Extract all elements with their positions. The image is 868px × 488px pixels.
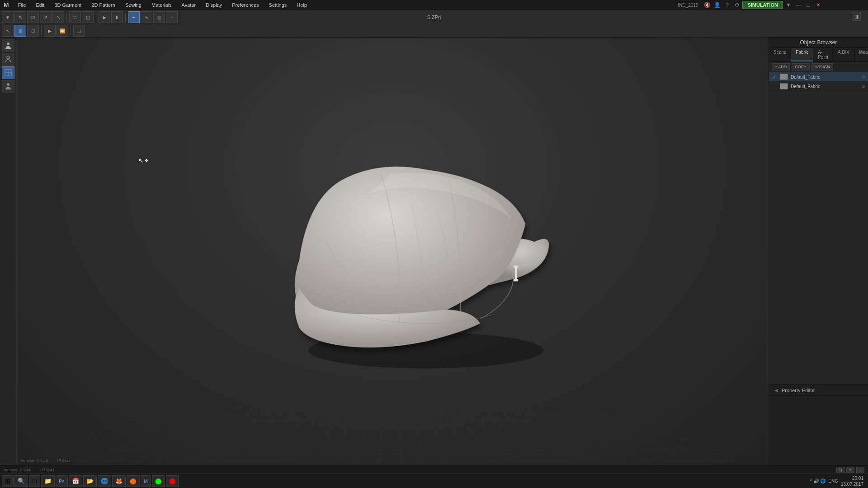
marvelous-button[interactable]: M bbox=[141, 475, 151, 487]
menu-help[interactable]: Help bbox=[293, 1, 311, 9]
tb2-btn1[interactable]: ↖ bbox=[2, 25, 14, 37]
fabric-name-1: Default_Fabric bbox=[791, 75, 859, 80]
add-button[interactable]: + ADD bbox=[772, 63, 790, 70]
viewport-area[interactable]: ↖✥ Version: 2.1.48 1/19141 bbox=[17, 38, 768, 465]
property-editor: ◀ Property Editor bbox=[769, 385, 868, 466]
copy-button[interactable]: COPY bbox=[792, 63, 810, 70]
firefox-button[interactable]: 🦊 bbox=[112, 475, 126, 487]
menu-3d-garment[interactable]: 3D Garment bbox=[51, 1, 85, 9]
file-mgr-button[interactable]: 📂 bbox=[83, 475, 97, 487]
svg-point-0 bbox=[7, 42, 9, 45]
explorer-button[interactable]: 📁 bbox=[41, 475, 55, 487]
tb2-btn5[interactable]: ⏩ bbox=[57, 25, 68, 37]
object-browser-header: Object Browser bbox=[769, 38, 868, 48]
avatar-icon[interactable] bbox=[2, 39, 14, 52]
tray-lang: ENG bbox=[828, 479, 838, 483]
tb2-btn4[interactable]: ▶ bbox=[44, 25, 56, 37]
menu-settings[interactable]: Settings bbox=[265, 1, 291, 9]
select-button[interactable]: ↖ bbox=[14, 11, 26, 23]
wireframe-icon[interactable] bbox=[2, 66, 14, 79]
tab-measure[interactable]: Measure bbox=[854, 48, 868, 61]
select-box-button[interactable]: ⊡ bbox=[27, 11, 39, 23]
sep4 bbox=[41, 26, 42, 35]
viewport-inner: ↖✥ Version: 2.1.48 1/19141 bbox=[17, 38, 768, 465]
help-icon[interactable]: ? bbox=[722, 0, 731, 9]
fabric-item-1[interactable]: ✓ Default_Fabric ⚙ bbox=[769, 72, 868, 82]
svg-rect-7 bbox=[514, 265, 518, 267]
simulation-button[interactable]: SIMULATION bbox=[742, 1, 783, 9]
svg-rect-6 bbox=[515, 267, 517, 280]
menu-display[interactable]: Display bbox=[202, 1, 226, 9]
avatar-icon-2[interactable] bbox=[2, 53, 14, 66]
fabric-list: ✓ Default_Fabric ⚙ ✓ Default_Fabric ⚙ bbox=[769, 72, 868, 385]
app1-button[interactable]: ⬤ bbox=[127, 475, 140, 487]
browser-button[interactable]: 🌐 bbox=[98, 475, 111, 487]
fabric-swatch-2 bbox=[780, 83, 788, 89]
maximize-icon[interactable]: □ bbox=[804, 0, 813, 9]
property-editor-header: ◀ Property Editor bbox=[769, 385, 868, 396]
toolbar-area: ▼ ↖ ⊡ ↗ ⤡ □ ◫ ▶ ⏸ ✒ ∿ ◎ → S.ZPrj ◨ ↖ ⊞ ⊡… bbox=[0, 10, 868, 38]
move-button[interactable]: ↗ bbox=[40, 11, 52, 23]
sep3 bbox=[125, 13, 126, 22]
zoom-out-btn[interactable]: - bbox=[856, 467, 864, 473]
left-panel bbox=[0, 38, 16, 466]
ps-button[interactable]: Ps bbox=[56, 475, 68, 487]
clock: 20:01 13.07.2017 bbox=[841, 475, 863, 487]
sim-play-btn[interactable]: ▶ bbox=[99, 11, 110, 23]
sys-tray: ^ 🔊 🌐 ENG 20:01 13.07.2017 bbox=[807, 475, 866, 487]
cursor-indicator: ↖✥ bbox=[138, 157, 148, 164]
sim-stop-btn[interactable]: ⏸ bbox=[111, 11, 123, 23]
property-collapse-btn[interactable]: ◀ bbox=[773, 387, 780, 394]
fabric-gear-1[interactable]: ⚙ bbox=[861, 75, 865, 80]
menu-sewing[interactable]: Sewing bbox=[122, 1, 145, 9]
menu-2d-pattern[interactable]: 2D Pattern bbox=[88, 1, 119, 9]
expand-icon[interactable]: ▼ bbox=[784, 0, 793, 9]
zoom-in-btn[interactable]: + bbox=[846, 467, 854, 473]
status-coords: 1/19141 bbox=[40, 468, 55, 472]
curve-btn[interactable]: ∿ bbox=[141, 11, 152, 23]
object-browser-title: Object Browser bbox=[800, 39, 837, 46]
menu-edit[interactable]: Edit bbox=[32, 1, 48, 9]
app2-button[interactable]: ⬤ bbox=[152, 475, 165, 487]
open-button[interactable]: ▼ bbox=[2, 11, 14, 23]
task-view-button[interactable]: ☐ bbox=[29, 475, 40, 487]
assign-button[interactable]: ASSIGN bbox=[811, 63, 833, 70]
tb2-btn6[interactable]: ◻ bbox=[73, 25, 85, 37]
skin-icon[interactable] bbox=[2, 80, 14, 93]
tb2-btn2[interactable]: ⊞ bbox=[14, 25, 26, 37]
view-btn1[interactable]: □ bbox=[69, 11, 81, 23]
toolbar-row1: ▼ ↖ ⊡ ↗ ⤡ □ ◫ ▶ ⏸ ✒ ∿ ◎ → S.ZPrj ◨ bbox=[0, 10, 868, 24]
zoom-fit-btn[interactable]: ⊡ bbox=[836, 467, 844, 473]
menu-preferences[interactable]: Preferences bbox=[228, 1, 262, 9]
svg-point-5 bbox=[7, 83, 9, 86]
settings-icon[interactable]: ⚙ bbox=[732, 0, 741, 9]
menu-materials[interactable]: Materials bbox=[148, 1, 175, 9]
start-button[interactable]: ⊞ bbox=[2, 475, 14, 487]
tb2-btn3[interactable]: ⊡ bbox=[27, 25, 39, 37]
fabric-item-2[interactable]: ✓ Default_Fabric ⚙ bbox=[769, 82, 868, 91]
tab-a-div[interactable]: A.DIV bbox=[833, 48, 854, 61]
minimize-icon[interactable]: — bbox=[794, 0, 803, 9]
tab-scene[interactable]: Scene bbox=[769, 48, 791, 61]
project-name: S.ZPrj bbox=[427, 14, 441, 20]
menu-avatar[interactable]: Avatar bbox=[178, 1, 200, 9]
version-label: Version: 2.1.48 bbox=[21, 459, 48, 463]
arrow-btn[interactable]: → bbox=[166, 11, 178, 23]
scale-button[interactable]: ⤡ bbox=[52, 11, 64, 23]
app3-button[interactable]: ⬤ bbox=[166, 475, 179, 487]
grid-floor bbox=[17, 405, 768, 465]
pen-btn[interactable]: ✒ bbox=[128, 11, 140, 23]
view-btn2[interactable]: ◫ bbox=[82, 11, 94, 23]
tab-a-point[interactable]: A-Point bbox=[813, 48, 833, 61]
fabric-gear-2[interactable]: ⚙ bbox=[861, 84, 865, 89]
calendar-button[interactable]: 📅 bbox=[69, 475, 82, 487]
shape-btn[interactable]: ◎ bbox=[153, 11, 165, 23]
close-icon[interactable]: ✕ bbox=[814, 0, 823, 9]
panel-toggle-btn[interactable]: ◨ bbox=[852, 12, 861, 21]
audio-icon[interactable]: 🔇 bbox=[703, 0, 712, 9]
fabric-check-1: ✓ bbox=[772, 74, 777, 80]
user-icon[interactable]: 👤 bbox=[712, 0, 722, 9]
search-button[interactable]: 🔍 bbox=[14, 475, 28, 487]
menu-file[interactable]: File bbox=[14, 1, 30, 9]
tab-fabric[interactable]: Fabric bbox=[791, 48, 813, 61]
